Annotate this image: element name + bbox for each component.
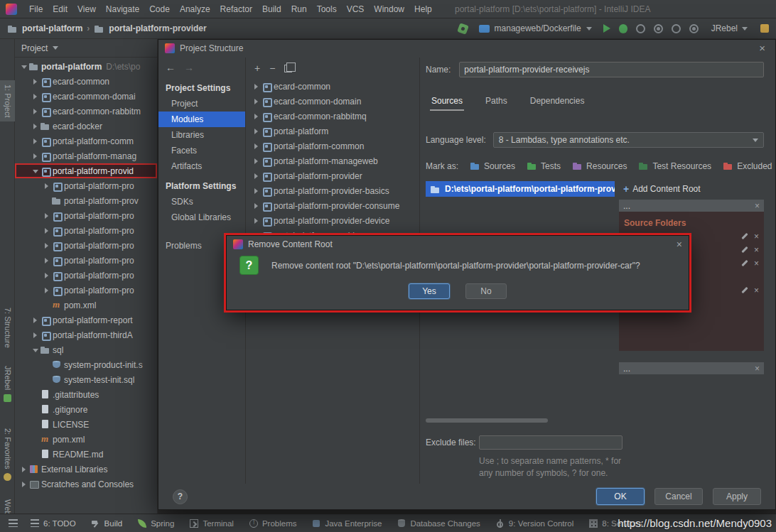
dialog-nav-item[interactable]: Artifacts	[158, 158, 245, 174]
module-tree-item[interactable]: portal-platform-provider	[246, 168, 419, 183]
tree-toggle-icon[interactable]	[42, 283, 51, 298]
tree-toggle-icon[interactable]	[252, 124, 261, 139]
copy-icon[interactable]	[284, 65, 292, 72]
project-tree-item[interactable]: ecard-docker	[15, 119, 157, 134]
help-button[interactable]: ?	[173, 489, 188, 504]
wrench-icon[interactable]	[457, 23, 469, 35]
content-root-row[interactable]: D:\ets\portal-platform\portal-platform-p…	[426, 181, 615, 197]
menu-item[interactable]: Refactor	[215, 1, 257, 17]
dialog-nav-item[interactable]: Libraries	[158, 127, 245, 143]
content-root-panel-header[interactable]: ... ×	[619, 200, 764, 212]
project-tree-item[interactable]: portal-platform-pro	[15, 223, 157, 238]
ok-button[interactable]: OK	[596, 488, 645, 505]
tree-toggle-icon[interactable]	[42, 178, 51, 193]
menu-item[interactable]: Navigate	[101, 1, 144, 17]
project-tree-item[interactable]: LICENSE	[15, 417, 157, 432]
project-tree-item[interactable]: sql	[15, 342, 157, 357]
menu-item[interactable]: Edit	[48, 1, 72, 17]
module-tree-item[interactable]: ecard-common-domain	[246, 94, 419, 109]
tree-toggle-icon[interactable]	[252, 94, 261, 109]
tab[interactable]: Sources	[430, 94, 464, 111]
tree-toggle-icon[interactable]	[31, 313, 40, 327]
menu-item[interactable]: Build	[257, 1, 286, 17]
project-tree-item[interactable]: ecard-common-domai	[15, 89, 157, 104]
tree-toggle-icon[interactable]	[42, 238, 51, 253]
project-tree-item[interactable]: portal-platform-manag	[15, 148, 157, 163]
tool-button-project[interactable]: 1: Project	[0, 80, 15, 121]
edit-icon[interactable]	[741, 260, 748, 266]
remove-icon[interactable]: ×	[754, 259, 759, 268]
project-tree-item[interactable]: pom.xml	[15, 298, 157, 313]
module-tree-item[interactable]: ecard-common-rabbitmq	[246, 109, 419, 124]
close-icon[interactable]: ×	[755, 201, 760, 211]
menu-item[interactable]: Window	[369, 1, 409, 17]
menu-item[interactable]: Code	[144, 1, 175, 17]
module-tree-item[interactable]: portal-platform	[246, 124, 419, 139]
edit-icon[interactable]	[741, 287, 748, 293]
tree-toggle-icon[interactable]	[31, 402, 40, 417]
tree-toggle-icon[interactable]	[31, 417, 40, 432]
module-tree-item[interactable]: ecard-common	[246, 79, 419, 94]
tree-toggle-icon[interactable]	[31, 447, 40, 462]
remove-icon[interactable]: ×	[754, 286, 759, 295]
project-tree-item[interactable]: portal-platform-pro	[15, 253, 157, 268]
remove-icon[interactable]: ×	[754, 232, 759, 241]
coverage-icon[interactable]	[636, 24, 645, 33]
mark-as-option[interactable]: Test Resources	[638, 161, 711, 171]
dialog-nav-item[interactable]: Global Libraries	[158, 210, 245, 225]
mark-as-option[interactable]: Excluded	[723, 161, 772, 171]
menu-item[interactable]: Tools	[312, 1, 342, 17]
status-bar-item[interactable]: Java Enterprise	[312, 519, 382, 528]
tree-toggle-icon[interactable]	[42, 208, 51, 223]
project-tree-item[interactable]: portal-platform-pro	[15, 238, 157, 253]
tab[interactable]: Paths	[484, 94, 509, 111]
tree-toggle-icon[interactable]	[252, 168, 261, 183]
project-tree-item[interactable]: portal-platform-prov	[15, 193, 157, 208]
tree-toggle-icon[interactable]	[31, 387, 40, 402]
run-button[interactable]	[603, 24, 610, 33]
project-tree-item[interactable]: ecard-common-rabbitm	[15, 104, 157, 119]
module-tree-item[interactable]: portal-platform-manageweb	[246, 153, 419, 168]
status-bar-item[interactable]: Problems	[249, 519, 297, 528]
project-tree-item[interactable]: portal-platform-pro	[15, 208, 157, 223]
project-tree-item[interactable]: .gitattributes	[15, 387, 157, 402]
yes-button[interactable]: Yes	[409, 283, 450, 299]
tree-toggle-icon[interactable]	[31, 74, 40, 89]
tree-toggle-icon[interactable]	[42, 268, 51, 283]
horizontal-scrollbar[interactable]	[426, 418, 548, 423]
tool-windows-icon[interactable]	[9, 519, 18, 527]
tool-button-jrebel[interactable]: JRebel	[0, 366, 15, 402]
tree-toggle-icon[interactable]	[31, 163, 40, 178]
debug-button[interactable]	[619, 24, 627, 33]
menu-item[interactable]: Analyze	[175, 1, 215, 17]
tree-toggle-icon[interactable]	[252, 109, 261, 124]
tree-toggle-icon[interactable]	[42, 193, 51, 208]
module-tree-item[interactable]: portal-platform-common	[246, 139, 419, 153]
status-bar-item[interactable]: 8: Services	[589, 519, 642, 528]
tree-toggle-icon[interactable]	[252, 213, 261, 228]
module-tree-item[interactable]: portal-platform-provider-consume	[246, 198, 419, 213]
status-bar-item[interactable]: 9: Version Control	[496, 519, 573, 528]
tree-toggle-icon[interactable]	[252, 198, 261, 213]
update-icon[interactable]	[672, 24, 681, 33]
run-configuration-selector[interactable]: manageweb/Dockerfile	[476, 22, 595, 35]
menu-item[interactable]: Run	[286, 1, 312, 17]
tool-button-structure[interactable]: 7: Structure	[0, 308, 15, 348]
apply-button[interactable]: Apply	[713, 488, 761, 505]
dialog-nav-item[interactable]: Modules	[158, 112, 245, 127]
project-tree-item[interactable]: ecard-common	[15, 74, 157, 89]
project-tree-item[interactable]: pom.xml	[15, 432, 157, 447]
project-tree-item[interactable]: External Libraries	[15, 462, 157, 477]
tree-toggle-icon[interactable]	[31, 432, 40, 447]
mark-as-option[interactable]: Sources	[470, 161, 515, 171]
breadcrumb-module[interactable]: portal-platform-provider	[109, 23, 206, 33]
project-tree-item[interactable]: portal-platform-comm	[15, 134, 157, 148]
menu-item[interactable]: VCS	[342, 1, 370, 17]
tree-toggle-icon[interactable]	[42, 223, 51, 238]
jrebel-selector[interactable]: JRebel	[707, 22, 752, 35]
hotswap-icon[interactable]	[689, 24, 699, 33]
mark-as-option[interactable]: Resources	[572, 161, 627, 171]
project-tree-item[interactable]: README.md	[15, 447, 157, 462]
module-name-input[interactable]	[459, 62, 764, 77]
tree-toggle-icon[interactable]	[42, 298, 51, 313]
